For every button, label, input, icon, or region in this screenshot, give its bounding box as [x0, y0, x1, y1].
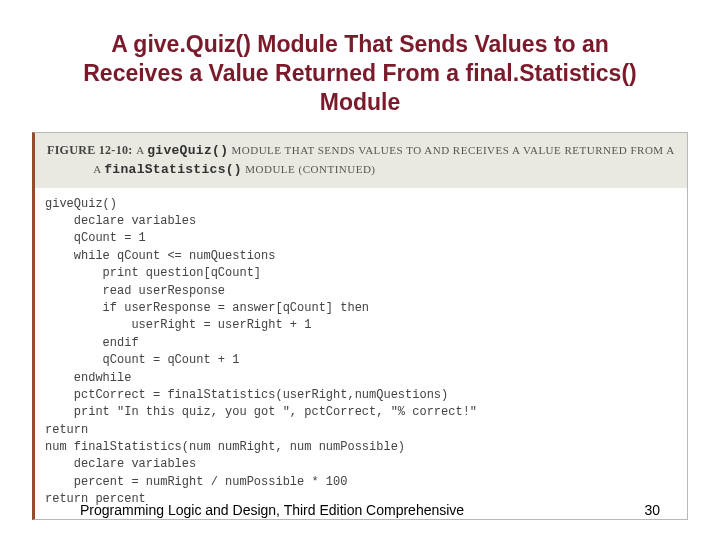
footer: Programming Logic and Design, Third Edit… — [0, 502, 720, 518]
figure-mono-1: giveQuiz() — [147, 143, 228, 158]
figure-mono-2: finalStatistics() — [104, 162, 242, 177]
slide: A give.Quiz() Module That Sends Values t… — [0, 0, 720, 540]
figure-caption: Figure 12-10: A giveQuiz() module that s… — [35, 133, 687, 187]
code-listing: giveQuiz() declare variables qCount = 1 … — [35, 188, 687, 519]
figure-caption-suffix: module (continued) — [242, 163, 376, 175]
slide-title: A give.Quiz() Module That Sends Values t… — [0, 0, 720, 126]
footer-text: Programming Logic and Design, Third Edit… — [80, 502, 464, 518]
figure-caption-mid: module that sends values to and receives… — [228, 144, 674, 156]
figure-caption-prefix2: A — [93, 163, 104, 175]
figure-box: Figure 12-10: A giveQuiz() module that s… — [32, 132, 688, 519]
figure-caption-prefix: A — [136, 144, 147, 156]
figure-label: Figure 12-10: — [47, 143, 133, 157]
page-number: 30 — [644, 502, 660, 518]
